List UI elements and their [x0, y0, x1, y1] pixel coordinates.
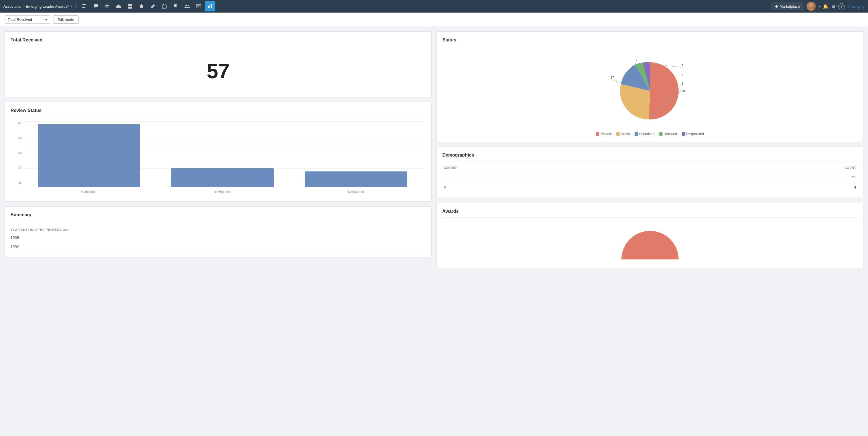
summary-value-1: 1995: [10, 233, 426, 242]
demographics-card: Demographics GENDER COUNT 52 M 4: [436, 147, 863, 198]
awards-pie-svg: [613, 222, 687, 262]
svg-rect-2: [82, 7, 85, 8]
legend-declined: Declined: [659, 132, 677, 136]
marketplace-button[interactable]: ✚ Marketplace: [771, 2, 804, 10]
total-received-value: 57: [10, 51, 426, 91]
pie-line-17: [613, 80, 621, 84]
svg-rect-16: [210, 5, 210, 8]
summary-value-2: 1992: [10, 242, 426, 251]
marketplace-icon: ✚: [775, 4, 778, 8]
forms-icon[interactable]: [79, 1, 89, 11]
cloud-icon[interactable]: [114, 1, 124, 11]
svg-rect-5: [128, 4, 130, 6]
chevron-down-icon: ▾: [818, 5, 820, 8]
awards-chart: [442, 222, 858, 262]
bar-label-in-progress: In Progress: [159, 190, 286, 193]
status-title: Status: [442, 37, 858, 46]
avatar[interactable]: [807, 2, 816, 11]
summary-card: Summary YEAR ENTERED THE PROFESSION: 199…: [5, 206, 432, 257]
toolbar: Total Received Edit mode: [0, 12, 868, 27]
bar-in-progress: [159, 168, 286, 187]
trash-icon[interactable]: [136, 1, 147, 11]
svg-point-12: [185, 5, 187, 6]
svg-rect-3: [107, 5, 109, 6]
table-row: 52: [442, 172, 858, 182]
svg-point-19: [808, 8, 814, 11]
svg-rect-4: [107, 7, 109, 7]
pie-chart-svg: 17 7 3 2 28: [604, 51, 696, 131]
summary-field-label: YEAR ENTERED THE PROFESSION:: [10, 226, 426, 233]
status-card: Status: [436, 31, 863, 142]
demographics-table: GENDER COUNT 52 M 4: [442, 164, 858, 192]
svg-rect-10: [163, 4, 164, 5]
summary-title: Summary: [10, 212, 426, 221]
svg-rect-0: [82, 4, 86, 5]
left-column: Total Received 57 Review Status 13 27 40…: [5, 31, 432, 268]
grid-icon[interactable]: [125, 1, 135, 11]
svg-point-18: [809, 3, 813, 7]
total-received-card: Total Received 57: [5, 31, 432, 97]
chart-icon[interactable]: [205, 1, 215, 11]
review-status-card: Review Status 13 27 40 54 67: [5, 102, 432, 202]
pie-line-7: [635, 58, 637, 65]
svg-rect-7: [128, 7, 130, 8]
pie-label-28b: 28: [681, 89, 685, 93]
gear-icon[interactable]: ⚙: [831, 4, 835, 9]
legend-review: Review: [596, 132, 612, 136]
col-count: COUNT: [666, 164, 858, 172]
pie-label-7: 7: [681, 64, 683, 67]
y-axis: 13 27 40 54 67: [10, 121, 24, 184]
review-status-title: Review Status: [10, 108, 426, 117]
pie-label-28: 2: [681, 82, 683, 85]
top-navigation: Association - Emerging Leader Awards* ▾ …: [0, 0, 868, 12]
svg-rect-15: [208, 6, 209, 8]
people-icon[interactable]: [182, 1, 192, 11]
svg-point-13: [188, 5, 189, 6]
legend-drafts: Drafts: [616, 132, 630, 136]
legend-submitted: Submitted: [634, 132, 655, 136]
zengine-label: ⬡ zengine: [847, 4, 865, 8]
edit-mode-button[interactable]: Edit mode: [53, 15, 79, 24]
help-icon[interactable]: ?: [838, 3, 844, 9]
gender-m: M: [442, 182, 666, 193]
bell-icon[interactable]: 🔔: [823, 4, 829, 9]
brand-label[interactable]: Association - Emerging Leader Awards* ▾: [3, 4, 76, 8]
svg-rect-6: [130, 4, 132, 6]
main-content: Total Received 57 Review Status 13 27 40…: [0, 27, 868, 273]
table-row: M 4: [442, 182, 858, 193]
comments-icon[interactable]: [91, 1, 101, 11]
right-column: Status: [436, 31, 863, 268]
flag-icon[interactable]: [170, 1, 181, 11]
svg-rect-11: [165, 4, 165, 5]
tasks-icon[interactable]: [102, 1, 112, 11]
bar-chart: 13 27 40 54 67: [10, 121, 426, 196]
svg-rect-9: [162, 5, 166, 8]
calendar-icon[interactable]: [159, 1, 169, 11]
total-received-title: Total Received: [10, 37, 426, 46]
svg-rect-8: [130, 7, 132, 8]
pie-label-3: 3: [681, 73, 683, 76]
edit-pencil-icon[interactable]: [148, 1, 158, 11]
awards-card: Awards: [436, 203, 863, 268]
bar-not-started: [292, 172, 420, 187]
gender-empty: [442, 172, 666, 182]
awards-title: Awards: [442, 209, 858, 218]
bar-label-completed: Completed: [25, 190, 153, 193]
count-4: 4: [666, 182, 858, 193]
svg-rect-17: [211, 4, 212, 8]
bar-label-not-started: Not Started: [292, 190, 420, 193]
col-gender: GENDER: [442, 164, 666, 172]
legend-disqualified: Disqualified: [682, 132, 704, 136]
mail-icon[interactable]: [193, 1, 204, 11]
count-52: 52: [666, 172, 858, 182]
pie-segment-review: [649, 62, 678, 119]
demographics-title: Demographics: [442, 153, 858, 161]
brand-chevron: ▾: [70, 5, 72, 8]
pie-label-17: 17: [611, 76, 614, 79]
svg-rect-1: [82, 6, 86, 6]
pie-legend: Review Drafts Submitted Declined: [596, 132, 704, 136]
topnav-right: ✚ Marketplace ▾ 🔔 ⚙ ? ⬡ zengine: [771, 2, 865, 11]
bar-completed: [25, 124, 153, 187]
pie-chart-container: 17 7 3 2 28 Review: [442, 51, 858, 136]
view-selector[interactable]: Total Received: [5, 15, 50, 24]
